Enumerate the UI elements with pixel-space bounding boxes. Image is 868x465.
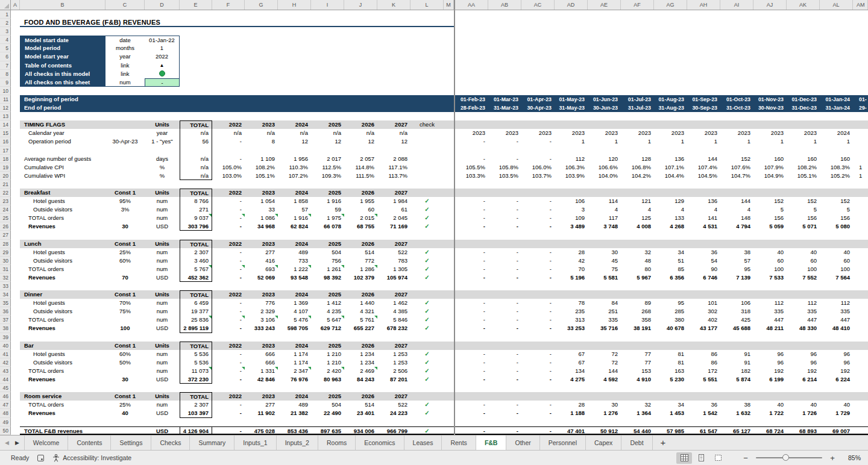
cell-D47[interactable]: num bbox=[145, 401, 180, 409]
cell-AJ40[interactable] bbox=[753, 342, 787, 350]
cell-AK26[interactable]: 5 071 bbox=[787, 222, 820, 231]
cell-AD43[interactable]: 134 bbox=[555, 367, 588, 375]
cell-AB26[interactable]: - bbox=[488, 222, 521, 231]
cell-AK20[interactable]: 105.1% bbox=[787, 172, 820, 180]
cell-L20[interactable] bbox=[410, 172, 444, 180]
sheet-tab-rooms[interactable]: Rooms bbox=[318, 435, 356, 450]
cell-AG19[interactable]: 107.1% bbox=[654, 163, 687, 172]
cell-AB35[interactable]: - bbox=[488, 299, 521, 307]
cell-AK32[interactable]: 7 552 bbox=[787, 273, 820, 282]
cell-A23[interactable] bbox=[11, 197, 20, 205]
cell-AF40[interactable] bbox=[621, 342, 654, 350]
cell-C50[interactable] bbox=[105, 426, 145, 435]
cell-AK16[interactable]: 1 bbox=[787, 137, 820, 146]
cell-M26[interactable] bbox=[444, 222, 454, 231]
cell-A32[interactable] bbox=[11, 273, 20, 282]
cell-F42[interactable]: - bbox=[212, 358, 245, 367]
cell-G35[interactable]: 776 bbox=[245, 299, 278, 307]
cell-K37[interactable]: 5 846 bbox=[377, 316, 410, 324]
cell-AK22[interactable] bbox=[787, 189, 820, 197]
cell-AK37[interactable]: 447 bbox=[787, 316, 820, 324]
check-icon-38[interactable]: ✓ bbox=[410, 324, 444, 332]
cell-M14[interactable] bbox=[444, 120, 454, 129]
page-layout-view-button[interactable] bbox=[693, 452, 709, 464]
cell-F43[interactable]: - bbox=[212, 367, 245, 375]
cell-H18[interactable]: 1 956 bbox=[278, 155, 311, 163]
cell-AL30[interactable]: 60 bbox=[820, 257, 853, 265]
cell-E6[interactable] bbox=[180, 52, 454, 61]
cell-AF34[interactable] bbox=[621, 290, 654, 299]
cell-AG47[interactable]: 34 bbox=[654, 401, 687, 409]
cell-AB37[interactable]: - bbox=[488, 316, 521, 324]
cell-AH40[interactable] bbox=[687, 342, 720, 350]
cell-A7[interactable] bbox=[11, 61, 20, 70]
cell-AH15[interactable]: 2023 bbox=[687, 129, 720, 137]
cell-AD29[interactable]: 28 bbox=[555, 248, 588, 257]
cell-AC19[interactable]: 106.0% bbox=[521, 163, 555, 172]
cell-AB11[interactable]: 01-Mar-23 bbox=[488, 95, 521, 104]
cell-E35[interactable]: 6 459 bbox=[180, 299, 212, 307]
cell-AH12[interactable]: 30-Sep-23 bbox=[687, 104, 720, 112]
cell-AG36[interactable]: 285 bbox=[654, 307, 687, 316]
cell-AA50[interactable]: - bbox=[455, 426, 488, 435]
cell-AI11[interactable]: 01-Oct-23 bbox=[720, 95, 753, 104]
cell-I20[interactable]: 109.3% bbox=[311, 172, 344, 180]
cell-A8[interactable] bbox=[11, 70, 20, 78]
cell-G25[interactable]: 1 086 bbox=[245, 214, 278, 222]
row-header-12[interactable]: 12 bbox=[0, 104, 11, 112]
col-header-I[interactable]: I bbox=[311, 0, 344, 10]
cell-F31[interactable]: - bbox=[212, 265, 245, 273]
cell-AI36[interactable]: 318 bbox=[720, 307, 753, 316]
cell-AG38[interactable]: 40 678 bbox=[654, 324, 687, 332]
cell-AK11[interactable]: 01-Dec-23 bbox=[787, 95, 820, 104]
cell-AI28[interactable] bbox=[720, 240, 753, 248]
cell-AE40[interactable] bbox=[588, 342, 621, 350]
cell-H26[interactable]: 62 824 bbox=[278, 222, 311, 231]
cell-AI29[interactable]: 38 bbox=[720, 248, 753, 257]
cell-I26[interactable]: 66 078 bbox=[311, 222, 344, 231]
cell-AK48[interactable]: 1 726 bbox=[787, 409, 820, 417]
cell-AJ41[interactable]: 96 bbox=[753, 350, 787, 358]
col-header-D[interactable]: D bbox=[145, 0, 180, 10]
cell-A43[interactable] bbox=[11, 367, 20, 375]
cell-E17[interactable] bbox=[180, 146, 212, 155]
cell-AA19[interactable]: 105.5% bbox=[455, 163, 488, 172]
cell-AF41[interactable]: 77 bbox=[621, 350, 654, 358]
cell-AF42[interactable]: 77 bbox=[621, 358, 654, 367]
cell-AE30[interactable]: 45 bbox=[588, 257, 621, 265]
cell-AA14[interactable] bbox=[455, 120, 488, 129]
cell-AG40[interactable] bbox=[654, 342, 687, 350]
cell-D42[interactable]: num bbox=[145, 358, 180, 367]
cell-G36[interactable]: 2 329 bbox=[245, 307, 278, 316]
cell-E48[interactable]: 103 397 bbox=[180, 409, 212, 417]
cell-AF15[interactable]: 2023 bbox=[621, 129, 654, 137]
cell-AL44[interactable]: 6 224 bbox=[820, 375, 853, 384]
cell-F38[interactable]: - bbox=[212, 324, 245, 332]
page-break-preview-button[interactable] bbox=[710, 452, 726, 464]
cell-AI18[interactable]: 152 bbox=[720, 155, 753, 163]
cell-AJ36[interactable]: 335 bbox=[753, 307, 787, 316]
cell-AL43[interactable]: 192 bbox=[820, 367, 853, 375]
cell-AD36[interactable]: 235 bbox=[555, 307, 588, 316]
cell-K29[interactable]: 522 bbox=[377, 248, 410, 257]
cell-A22[interactable] bbox=[11, 189, 20, 197]
cell-H23[interactable]: 1 858 bbox=[278, 197, 311, 205]
cell-AG26[interactable]: 4 268 bbox=[654, 222, 687, 231]
sheet-tab-contents[interactable]: Contents bbox=[68, 435, 111, 450]
cell-AG30[interactable]: 51 bbox=[654, 257, 687, 265]
cell-AJ32[interactable]: 7 533 bbox=[753, 273, 787, 282]
cell-AM41[interactable] bbox=[853, 350, 868, 358]
right-pane-blank-13[interactable] bbox=[455, 112, 868, 120]
cell-J37[interactable]: 5 761 bbox=[344, 316, 377, 324]
cell-AE34[interactable] bbox=[588, 290, 621, 299]
cell-AH46[interactable] bbox=[687, 392, 720, 401]
right-pane-blank-6[interactable] bbox=[455, 52, 868, 61]
cell-AF47[interactable]: 32 bbox=[621, 401, 654, 409]
cell-AJ24[interactable]: 5 bbox=[753, 205, 787, 214]
cell-AB38[interactable]: - bbox=[488, 324, 521, 332]
cell-AA11[interactable]: 01-Feb-23 bbox=[455, 95, 488, 104]
cell-A24[interactable] bbox=[11, 205, 20, 214]
cell-A35[interactable] bbox=[11, 299, 20, 307]
cell-AL12[interactable]: 31-Jan-24 bbox=[820, 104, 853, 112]
row-header-14[interactable]: 14 bbox=[0, 120, 11, 129]
